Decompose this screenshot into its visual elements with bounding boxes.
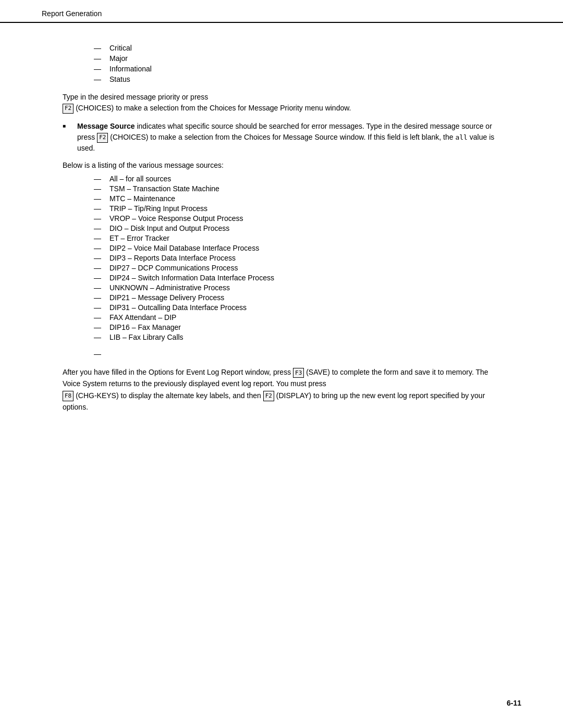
priority-paragraph: Type in the desired message priority or … xyxy=(63,92,500,114)
source-dip16: DIP16 – Fax Manager xyxy=(109,323,181,331)
list-item: — DIP24 – Switch Information Data Interf… xyxy=(94,274,500,282)
list-item: — DIP2 – Voice Mail Database Interface P… xyxy=(94,244,500,252)
list-item: — TSM – Transaction State Machine xyxy=(94,184,500,193)
last-dash: — xyxy=(94,350,500,358)
source-vrop: VROP – Voice Response Output Process xyxy=(109,214,243,223)
sources-intro: Below is a listing of the various messag… xyxy=(63,161,500,169)
source-unknown: UNKNOWN – Administrative Process xyxy=(109,283,230,292)
source-all: All – for all sources xyxy=(109,175,171,183)
f2-key: F2 xyxy=(63,104,74,114)
f2-key-3: F2 xyxy=(263,391,274,401)
header-bar: Report Generation xyxy=(0,0,563,23)
source-list: — All – for all sources — TSM – Transact… xyxy=(94,175,500,341)
dash-icon: — xyxy=(94,44,109,52)
list-item: — DIP31 – Outcalling Data Interface Proc… xyxy=(94,303,500,312)
list-item: — Status xyxy=(94,75,500,83)
dash-icon: — xyxy=(94,244,109,252)
priority-critical: Critical xyxy=(109,44,132,52)
f3-key: F3 xyxy=(293,368,304,378)
source-dio: DIO – Disk Input and Output Process xyxy=(109,224,229,232)
dash-icon: — xyxy=(94,54,109,63)
list-item: — FAX Attendant – DIP xyxy=(94,313,500,322)
dash-icon: — xyxy=(94,283,109,292)
list-item: — MTC – Maintenance xyxy=(94,194,500,203)
list-item: — UNKNOWN – Administrative Process xyxy=(94,283,500,292)
dash-icon: — xyxy=(94,224,109,232)
source-mtc: MTC – Maintenance xyxy=(109,194,175,203)
message-source-bold: Message Source xyxy=(77,122,135,130)
list-item: — VROP – Voice Response Output Process xyxy=(94,214,500,223)
priority-major: Major xyxy=(109,54,128,63)
list-item: — DIP3 – Reports Data Interface Process xyxy=(94,254,500,262)
source-dip2: DIP2 – Voice Mail Database Interface Pro… xyxy=(109,244,259,252)
dash-icon: — xyxy=(94,65,109,73)
dash-icon: — xyxy=(94,293,109,302)
message-source-section: ■ Message Source indicates what specific… xyxy=(63,121,500,154)
priority-informational: Informational xyxy=(109,65,152,73)
dash-icon: — xyxy=(94,194,109,203)
page-number: 6-11 xyxy=(507,699,521,707)
source-tsm: TSM – Transaction State Machine xyxy=(109,184,219,193)
dash-icon: — xyxy=(94,214,109,223)
list-item: — TRIP – Tip/Ring Input Process xyxy=(94,204,500,213)
dash-icon: — xyxy=(94,75,109,83)
priority-list: — Critical — Major — Informational — Sta… xyxy=(94,44,500,83)
square-bullet-icon: ■ xyxy=(63,122,73,130)
dash-icon: — xyxy=(94,333,109,341)
priority-para-line2: (CHOICES) to make a selection from the C… xyxy=(74,104,351,112)
list-item: — Critical xyxy=(94,44,500,52)
source-fax: FAX Attendant – DIP xyxy=(109,313,176,322)
list-item: — ET – Error Tracker xyxy=(94,234,500,242)
source-trip: TRIP – Tip/Ring Input Process xyxy=(109,204,207,213)
list-item: — LIB – Fax Library Calls xyxy=(94,333,500,341)
content-area: — Critical — Major — Informational — Sta… xyxy=(0,39,563,452)
source-lib: LIB – Fax Library Calls xyxy=(109,333,183,341)
list-item: — DIP16 – Fax Manager xyxy=(94,323,500,331)
message-source-body2: (CHOICES) to make a selection from the C… xyxy=(108,133,455,141)
source-et: ET – Error Tracker xyxy=(109,234,169,242)
dash-icon: — xyxy=(94,175,109,183)
dash-icon: — xyxy=(94,254,109,262)
source-dip3: DIP3 – Reports Data Interface Process xyxy=(109,254,236,262)
dash-icon: — xyxy=(94,323,109,331)
dash-icon: — xyxy=(94,184,109,193)
message-source-content: Message Source indicates what specific s… xyxy=(77,121,500,154)
list-item: — Informational xyxy=(94,65,500,73)
bottom-para-line1: After you have filled in the Options for… xyxy=(63,368,291,376)
f8-key: F8 xyxy=(63,391,74,401)
priority-para-line1: Type in the desired message priority or … xyxy=(63,93,208,101)
list-item: — DIO – Disk Input and Output Process xyxy=(94,224,500,232)
list-item: — All – for all sources xyxy=(94,175,500,183)
page-container: Report Generation — Critical — Major — I… xyxy=(0,0,563,728)
source-dip21: DIP21 – Message Delivery Process xyxy=(109,293,224,302)
list-item: — Major xyxy=(94,54,500,63)
all-mono: all xyxy=(455,133,467,141)
source-dip31: DIP31 – Outcalling Data Interface Proces… xyxy=(109,303,247,312)
bottom-paragraph: After you have filled in the Options for… xyxy=(63,366,500,413)
f2-key-2: F2 xyxy=(97,133,108,143)
dash-icon: — xyxy=(94,303,109,312)
priority-status: Status xyxy=(109,75,130,83)
list-item: — DIP21 – Message Delivery Process xyxy=(94,293,500,302)
dash-icon: — xyxy=(94,313,109,322)
dash-icon: — xyxy=(94,234,109,242)
dash-icon: — xyxy=(94,204,109,213)
header-title: Report Generation xyxy=(42,9,102,18)
bottom-para-line3: (CHG-KEYS) to display the alternate key … xyxy=(74,391,263,400)
source-dip24: DIP24 – Switch Information Data Interfac… xyxy=(109,274,274,282)
source-dip27: DIP27 – DCP Communications Process xyxy=(109,264,238,272)
dash-icon: — xyxy=(94,264,109,272)
dash-icon: — xyxy=(94,274,109,282)
list-item: — DIP27 – DCP Communications Process xyxy=(94,264,500,272)
